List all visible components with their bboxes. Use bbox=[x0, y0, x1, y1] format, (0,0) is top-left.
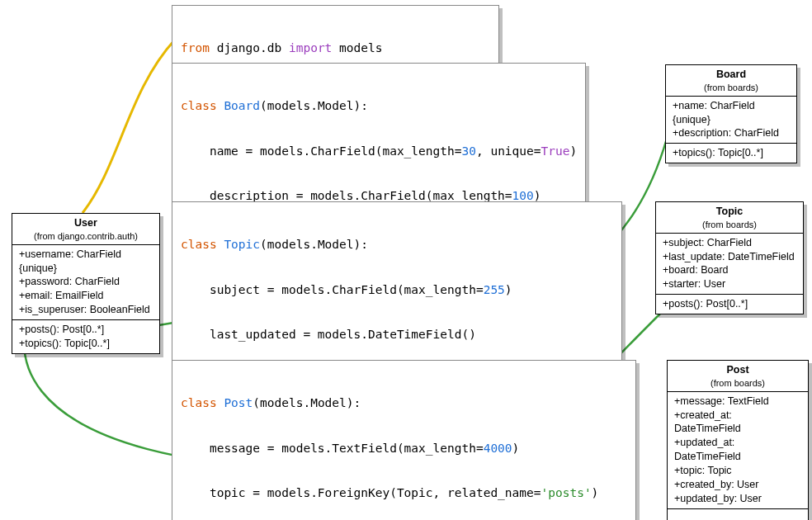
code-line: last_updated = models.DateTimeField() bbox=[181, 327, 613, 342]
uml-attrs: +username: CharField {unique} +password:… bbox=[12, 245, 159, 320]
uml-op: +topics(): Topic[0..*] bbox=[673, 146, 790, 160]
uml-op: +topics(): Topic[0..*] bbox=[19, 337, 153, 351]
code-line: class Topic(models.Model): bbox=[181, 237, 613, 252]
uml-attr: +last_update: DateTimeField bbox=[663, 250, 796, 264]
code-line: class Board(models.Model): bbox=[181, 98, 577, 113]
uml-attr: +description: CharField bbox=[673, 126, 790, 140]
uml-ops: +posts(): Post[0..*] +topics(): Topic[0.… bbox=[12, 320, 159, 353]
code-line: name = models.CharField(max_length=30, u… bbox=[181, 144, 577, 158]
uml-subtitle: (from boards) bbox=[676, 377, 800, 390]
code-line: class Post(models.Model): bbox=[181, 395, 627, 410]
uml-attr: +topic: Topic bbox=[674, 464, 801, 478]
uml-attr: +name: CharField {unique} bbox=[673, 99, 790, 127]
uml-topic: Topic (from boards) +subject: CharField … bbox=[655, 201, 804, 314]
uml-ops: +posts(): Post[0..*] bbox=[656, 295, 803, 314]
uml-attr: +message: TextField bbox=[674, 395, 801, 409]
uml-attr: +username: CharField {unique} bbox=[19, 248, 153, 276]
uml-attr: +board: Board bbox=[663, 263, 796, 277]
uml-attr: +email: EmailField bbox=[19, 289, 153, 303]
uml-attr: +created_by: User bbox=[674, 478, 801, 492]
uml-attr: +is_superuser: BooleanField bbox=[19, 303, 153, 317]
uml-attr: +subject: CharField bbox=[663, 236, 796, 250]
uml-user: User (from django.contrib.auth) +usernam… bbox=[12, 213, 160, 354]
uml-title: Post bbox=[676, 363, 800, 377]
uml-subtitle: (from boards) bbox=[664, 219, 795, 231]
uml-post: Post (from boards) +message: TextField +… bbox=[667, 360, 809, 520]
uml-title: User bbox=[21, 216, 151, 230]
uml-attrs: +subject: CharField +last_update: DateTi… bbox=[656, 234, 803, 295]
uml-attr: +created_at: DateTimeField bbox=[674, 409, 801, 437]
uml-title: Board bbox=[674, 68, 788, 82]
uml-attr: +updated_by: User bbox=[674, 492, 801, 506]
uml-header: Topic (from boards) bbox=[656, 202, 803, 234]
uml-attr: +password: CharField bbox=[19, 275, 153, 289]
uml-subtitle: (from django.contrib.auth) bbox=[21, 230, 151, 243]
code-line: from django.db import models bbox=[181, 40, 490, 55]
uml-subtitle: (from boards) bbox=[674, 82, 788, 94]
uml-ops: +topics(): Topic[0..*] bbox=[666, 144, 796, 163]
uml-ops-empty bbox=[668, 509, 808, 520]
uml-op: +posts(): Post[0..*] bbox=[19, 323, 153, 337]
uml-board: Board (from boards) +name: CharField {un… bbox=[665, 64, 797, 163]
code-class-board: class Board(models.Model): name = models… bbox=[172, 63, 586, 224]
uml-attrs: +name: CharField {unique} +description: … bbox=[666, 97, 796, 144]
uml-title: Topic bbox=[664, 205, 795, 219]
uml-header: Post (from boards) bbox=[668, 361, 808, 392]
uml-attr: +starter: User bbox=[663, 277, 796, 291]
uml-attr: +updated_at: DateTimeField bbox=[674, 436, 801, 464]
uml-header: Board (from boards) bbox=[666, 65, 796, 97]
uml-op: +posts(): Post[0..*] bbox=[663, 297, 796, 311]
uml-attrs: +message: TextField +created_at: DateTim… bbox=[668, 392, 808, 509]
code-class-post: class Post(models.Model): message = mode… bbox=[172, 360, 636, 520]
uml-header: User (from django.contrib.auth) bbox=[12, 214, 159, 245]
code-line: subject = models.CharField(max_length=25… bbox=[181, 282, 613, 297]
code-line: message = models.TextField(max_length=40… bbox=[181, 441, 627, 456]
code-line: topic = models.ForeignKey(Topic, related… bbox=[181, 485, 627, 500]
